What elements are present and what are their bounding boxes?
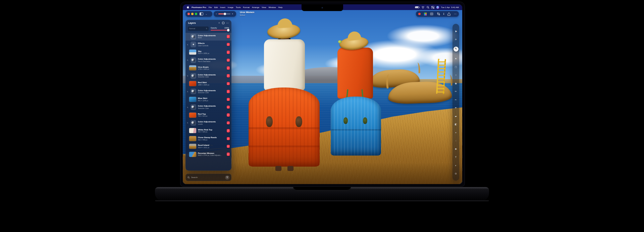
zoom-slider-knob[interactable] (224, 13, 226, 15)
color-picker-tool[interactable]: ⌖ (455, 131, 457, 134)
menu-clock[interactable]: Tue 1 Apr 9:41 AM (441, 6, 459, 8)
layer-row[interactable]: ↳ Color AdjustmentsLevels ✓ (185, 119, 231, 127)
clone-tool[interactable]: ◌ (455, 139, 457, 142)
rect-selection-tool[interactable]: ▢ (455, 66, 457, 68)
menu-item-help[interactable]: Help (278, 6, 282, 8)
color-swatches-button[interactable] (424, 13, 427, 15)
layer-row[interactable]: ↳ Color AdjustmentsSelective Color ✓ (185, 103, 231, 111)
visibility-checkbox[interactable]: ✓ (227, 35, 230, 38)
layer-row[interactable]: Uros Boats1729 × 1106 px ✓ (185, 64, 231, 72)
menu-item-app[interactable]: Pixelmator Pro (192, 6, 206, 8)
layer-row[interactable]: Sky5314 × 1656 px ✓ (185, 48, 231, 56)
menu-item-image[interactable]: Image (228, 6, 233, 8)
visibility-checkbox[interactable]: ✓ (227, 66, 230, 70)
visibility-checkbox[interactable]: ✓ (227, 153, 230, 156)
layer-row[interactable]: Reed Island5314 × 1631 px ✓ (185, 142, 231, 150)
crop-button[interactable] (437, 12, 440, 15)
siri-icon[interactable] (436, 6, 439, 9)
gradient-tool[interactable]: ▰ (455, 115, 457, 117)
visibility-checkbox[interactable]: ✓ (227, 106, 230, 109)
layer-thumbnail (189, 81, 196, 86)
color-dot-button[interactable] (418, 13, 421, 15)
window-title-block: Uros Women Edited (240, 11, 254, 16)
opacity-slider[interactable] (211, 30, 229, 31)
layer-row[interactable]: Color AdjustmentsBasic ✓ (185, 33, 231, 41)
paint-tool[interactable]: ✏ (455, 90, 457, 93)
add-layer-button[interactable]: + (218, 22, 220, 24)
visibility-checkbox[interactable]: ✓ (227, 129, 230, 132)
layer-row[interactable]: White Pink Top992 × 926 px ✓ (185, 127, 231, 134)
toggle-sidebar-icon[interactable] (200, 12, 203, 15)
layer-row[interactable]: Blue Skirt861 × 1148 px ✓ (185, 96, 231, 103)
visibility-checkbox[interactable]: ✓ (227, 113, 230, 117)
menu-item-format[interactable]: Format (243, 6, 250, 8)
more-button[interactable]: ⋯ (454, 13, 457, 15)
zoom-tool[interactable]: ⊙ (455, 172, 457, 175)
filter-button[interactable] (225, 175, 229, 180)
adjustment-layer-icon (191, 104, 196, 110)
panel-more-button[interactable]: ⋯ (226, 22, 229, 24)
zoom-out-button[interactable]: − (216, 13, 217, 15)
fill-tool[interactable]: ◧ (455, 123, 457, 125)
menu-item-view[interactable]: View (262, 6, 266, 8)
layer-row[interactable]: Red Skirt1484 × 1504 px ✓ (185, 80, 231, 88)
menu-item-edit[interactable]: Edit (214, 6, 218, 8)
opacity-slider-knob[interactable] (227, 29, 230, 32)
layer-row[interactable]: ↳ Color AdjustmentsSelective Color ✓ (185, 88, 231, 95)
visibility-checkbox[interactable]: ✓ (227, 145, 230, 148)
close-button[interactable] (187, 13, 190, 15)
layer-row[interactable]: ↳ Color AdjustmentsHue & Saturation ✓ (185, 56, 231, 64)
repair-tool[interactable]: ✎ (453, 47, 459, 52)
arrange-tool[interactable]: ➤ (454, 29, 458, 33)
text-tool[interactable]: T (455, 156, 457, 158)
visibility-checkbox[interactable]: ✓ (227, 51, 230, 54)
menu-item-arrange[interactable]: Arrange (252, 6, 259, 8)
opacity-label: Opacity (211, 27, 217, 29)
slice-tool[interactable]: ✂ (455, 99, 457, 101)
overlay-badge-button[interactable] (430, 12, 433, 15)
share-button[interactable] (447, 12, 450, 16)
wifi-icon[interactable] (421, 6, 425, 9)
layer-row[interactable]: Peruvian Women5616 × 3744 px, Color Adju… (185, 150, 231, 158)
apple-menu-icon[interactable] (186, 6, 189, 9)
shape-tool[interactable]: ★ (455, 57, 457, 60)
clipping-arrow-icon: ↳ (187, 91, 189, 93)
pen-tool[interactable]: ✒ (455, 107, 457, 109)
minimize-button[interactable] (191, 13, 194, 15)
chevron-down-icon[interactable]: ⌄ (206, 13, 207, 15)
visibility-checkbox[interactable]: ✓ (227, 43, 230, 46)
menu-item-window[interactable]: Window (268, 6, 276, 8)
control-center-icon[interactable] (431, 6, 434, 9)
quick-selection-tool[interactable]: ◉ (455, 82, 457, 84)
visibility-checkbox[interactable]: ✓ (227, 82, 230, 85)
menu-item-insert[interactable]: Insert (220, 6, 225, 8)
visibility-checkbox[interactable]: ✓ (227, 137, 230, 140)
info-button[interactable]: i (443, 12, 444, 15)
spotlight-search-icon[interactable] (427, 6, 429, 9)
visibility-checkbox[interactable]: ✓ (227, 59, 230, 62)
straw-hat-crown (277, 18, 292, 28)
layer-row[interactable]: ↳ Color AdjustmentsSelective Color ✓ (185, 72, 231, 79)
fullscreen-button[interactable] (195, 13, 197, 15)
zoom-slider[interactable] (218, 13, 230, 14)
visibility-checkbox[interactable]: ✓ (227, 74, 230, 77)
camera-notch (302, 4, 343, 11)
battery-icon[interactable] (415, 6, 419, 8)
visibility-checkbox[interactable]: ✓ (227, 90, 230, 93)
visibility-checkbox[interactable]: ✓ (227, 121, 230, 125)
menu-item-tools[interactable]: Tools (236, 6, 240, 8)
layer-search-bar[interactable]: Search (185, 174, 231, 181)
layer-row[interactable]: Red Top703 × 914 px ✓ (185, 111, 231, 119)
zoom-in-button[interactable]: + (232, 13, 233, 15)
adjustment-layer-icon (191, 34, 196, 40)
visibility-checkbox[interactable]: ✓ (227, 98, 230, 101)
retouch-tool[interactable]: ✚ (455, 148, 457, 150)
layer-row[interactable]: ↳ ★ EffectsColor Controls ✓ (185, 41, 231, 48)
transform-tool[interactable]: ✛ (455, 38, 457, 41)
layer-options-icon[interactable] (222, 22, 224, 24)
layer-row[interactable]: Clone Stamp Reeds662 × 449 px ✓ (185, 135, 231, 142)
menu-item-file[interactable]: File (209, 6, 212, 8)
lasso-tool[interactable]: ○ (455, 74, 457, 76)
blend-mode-select[interactable]: Normal ⇅ (188, 26, 209, 31)
adjust-tool[interactable]: ◐ (455, 164, 457, 167)
